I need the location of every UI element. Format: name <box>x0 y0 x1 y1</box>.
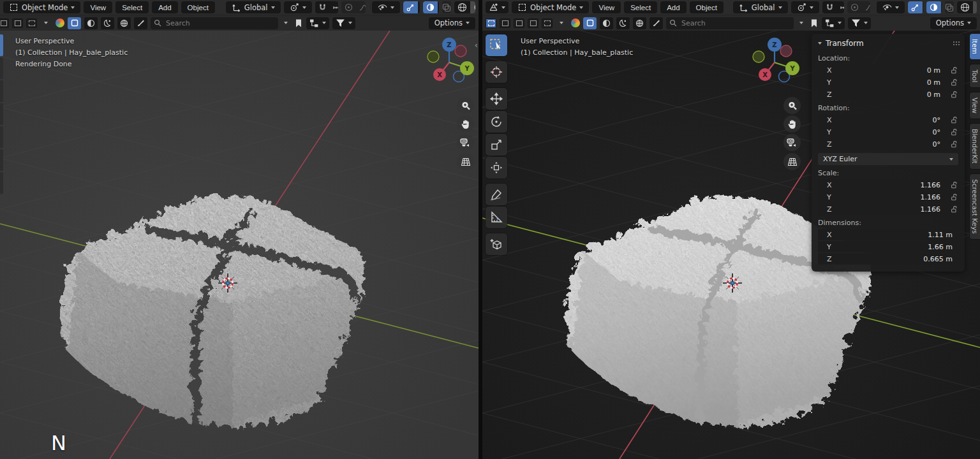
tool-add-primitive[interactable] <box>486 233 507 255</box>
options-dropdown[interactable]: Options <box>930 17 977 29</box>
blenderkit-asset-models-button[interactable] <box>68 17 81 29</box>
object-mode-dropdown[interactable]: Object Mode <box>3 1 80 13</box>
proportional-falloff-dropdown[interactable] <box>862 1 870 13</box>
camera-view-button[interactable] <box>457 134 474 151</box>
tool-transform[interactable] <box>486 157 507 178</box>
category-tree-dropdown[interactable] <box>306 17 329 29</box>
location-y-field[interactable]: Y0 m <box>818 76 946 88</box>
tool-move[interactable] <box>486 88 507 110</box>
transform-orientation-dropdown[interactable]: Global <box>226 1 281 13</box>
blenderkit-asset-hdrs-button[interactable] <box>117 17 131 29</box>
gizmo-neg-y-ball[interactable] <box>753 51 764 62</box>
shading-wireframe-button[interactable] <box>454 1 470 13</box>
snap-toggle[interactable] <box>315 1 330 13</box>
show-overlays-toggle[interactable] <box>423 1 438 13</box>
blenderkit-asset-scenes-button[interactable] <box>101 17 114 29</box>
lock-icon[interactable] <box>950 128 958 136</box>
lock-icon[interactable] <box>950 66 958 75</box>
rotation-z-field[interactable]: Z0° <box>818 138 946 150</box>
tool-cropped[interactable] <box>0 80 3 102</box>
menu-select[interactable]: Select <box>115 1 149 13</box>
perspective-toggle-button[interactable] <box>457 153 474 170</box>
filter-dropdown[interactable] <box>848 17 871 29</box>
lock-icon[interactable] <box>950 193 958 201</box>
show-gizmo-toggle[interactable] <box>403 1 418 13</box>
menu-view[interactable]: View <box>592 1 621 13</box>
overlays-dropdown[interactable] <box>438 1 440 13</box>
tool-cursor[interactable] <box>486 61 507 83</box>
viewport-left-canvas[interactable]: User Perspective (1) Collection | Hay_ba… <box>0 31 479 459</box>
pivot-point-dropdown[interactable] <box>791 1 819 13</box>
select-mode-subtract[interactable] <box>514 18 524 28</box>
menu-add[interactable]: Add <box>152 1 177 13</box>
filter-dropdown[interactable] <box>332 17 355 29</box>
xray-toggle[interactable] <box>945 1 954 13</box>
proportional-edit-toggle[interactable] <box>847 1 862 13</box>
dimensions-x-field[interactable]: X1.11 m <box>818 229 958 240</box>
select-mode-extend[interactable] <box>500 18 510 28</box>
dimensions-z-field[interactable]: Z0.665 m <box>818 253 958 265</box>
tool-scale[interactable] <box>486 134 507 156</box>
tool-annotate[interactable] <box>486 184 507 205</box>
bookmark-icon[interactable] <box>809 18 819 28</box>
lock-icon[interactable] <box>950 181 958 189</box>
lock-icon[interactable] <box>950 116 958 124</box>
rotation-y-field[interactable]: Y0° <box>818 126 946 138</box>
search-options-chevron-icon[interactable] <box>799 22 803 24</box>
blenderkit-asset-brushes-button[interactable] <box>134 17 147 29</box>
proportional-falloff-dropdown[interactable] <box>356 1 366 13</box>
menu-view[interactable]: View <box>84 1 112 13</box>
tool-select-box-cropped[interactable] <box>0 34 3 56</box>
tab-screencast-keys[interactable]: Screencast Keys <box>970 174 980 239</box>
select-mode-subtract[interactable] <box>12 18 23 28</box>
show-gizmo-toggle[interactable] <box>908 1 923 13</box>
search-options-chevron-icon[interactable] <box>284 22 288 24</box>
tool-cropped[interactable] <box>0 103 3 125</box>
select-mode-extend[interactable] <box>0 18 9 28</box>
location-z-field[interactable]: Z0 m <box>818 89 946 100</box>
menu-object[interactable]: Object <box>181 1 215 13</box>
gizmo-neg-y-ball[interactable] <box>427 51 439 62</box>
bookmark-icon[interactable] <box>293 18 303 28</box>
tool-settings-chevron-icon[interactable] <box>560 22 563 24</box>
tool-measure[interactable] <box>486 207 507 228</box>
snap-target-dropdown[interactable] <box>330 1 339 13</box>
hay-bale-object[interactable] <box>51 187 370 435</box>
snap-toggle[interactable] <box>822 1 837 13</box>
zoom-button[interactable] <box>783 97 801 114</box>
gizmo-neg-x-ball[interactable] <box>455 45 466 57</box>
perspective-toggle-button[interactable] <box>783 153 801 170</box>
overlays-dropdown[interactable] <box>941 1 942 13</box>
pan-button[interactable] <box>783 115 801 133</box>
category-tree-dropdown[interactable] <box>822 17 845 29</box>
shading-wireframe-button[interactable] <box>957 1 973 13</box>
gizmo-dropdown[interactable] <box>923 1 923 13</box>
select-mode-invert[interactable] <box>26 18 37 28</box>
tool-cropped[interactable] <box>0 149 3 171</box>
blenderkit-asset-brushes-button[interactable] <box>650 17 663 29</box>
select-mode-intersect[interactable] <box>542 18 553 28</box>
search-input[interactable] <box>165 18 274 28</box>
lock-icon[interactable] <box>950 91 958 99</box>
rotation-mode-dropdown[interactable]: XYZ Euler <box>818 153 958 165</box>
lock-icon[interactable] <box>950 140 958 149</box>
camera-view-button[interactable] <box>783 134 801 151</box>
viewport-right-canvas[interactable]: User Perspective (1) Collection | Hay_ba… <box>482 31 980 459</box>
select-mode-invert[interactable] <box>528 18 538 28</box>
blenderkit-asset-materials-button[interactable] <box>84 17 98 29</box>
dimensions-y-field[interactable]: Y1.66 m <box>818 241 958 252</box>
select-mode-new[interactable] <box>486 18 496 28</box>
scale-z-field[interactable]: Z1.166 <box>818 203 946 215</box>
transform-orientation-dropdown[interactable]: Global <box>733 1 788 13</box>
menu-object[interactable]: Object <box>690 1 724 13</box>
visibility-dropdown[interactable] <box>372 1 400 13</box>
blenderkit-asset-models-button[interactable] <box>583 17 597 29</box>
blenderkit-asset-materials-button[interactable] <box>600 17 613 29</box>
tool-select-box[interactable] <box>486 34 507 56</box>
tab-tool[interactable]: Tool <box>970 64 980 87</box>
shading-solid-button[interactable] <box>470 1 475 13</box>
gizmo-neg-x-ball[interactable] <box>780 45 792 57</box>
search-input[interactable] <box>680 18 790 28</box>
shading-solid-button[interactable] <box>973 1 977 13</box>
scale-x-field[interactable]: X1.166 <box>818 179 946 191</box>
